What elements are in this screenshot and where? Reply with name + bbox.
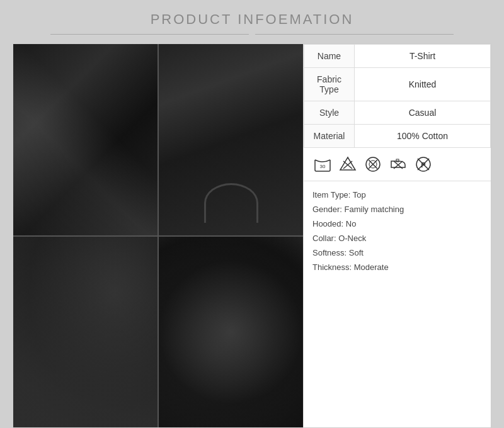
detail-item-softness: Softness: Soft <box>312 245 482 260</box>
value-name: T-Shirt <box>355 45 491 68</box>
info-panel: Name T-Shirt Fabric Type Knitted Style C… <box>303 44 491 427</box>
no-iron-icon <box>388 154 408 174</box>
image-grid <box>13 44 303 427</box>
main-content: Name T-Shirt Fabric Type Knitted Style C… <box>13 43 491 428</box>
label-style: Style <box>304 101 355 125</box>
care-icons-row: 30 <box>304 148 491 181</box>
detail-item-collar: Collar: O-Neck <box>312 231 482 245</box>
table-row: Style Casual <box>304 101 491 125</box>
table-row: Name T-Shirt <box>304 45 491 68</box>
fabric-image-4 <box>159 237 303 428</box>
detail-item-type: Item Type: Top <box>312 188 482 202</box>
detail-item-thickness: Thickness: Moderate <box>312 260 482 274</box>
fabric-image-3 <box>13 237 158 428</box>
details-section: Item Type: Top Gender: Family matching H… <box>304 181 491 427</box>
fabric-image-1 <box>13 44 158 235</box>
page-title: PRODUCT INFOEMATION <box>0 0 504 34</box>
no-dry-clean-icon: P <box>413 154 433 174</box>
divider-line-right <box>255 34 454 35</box>
no-tumble-dry-icon <box>363 154 383 174</box>
title-divider <box>50 34 454 35</box>
detail-item-hooded: Hooded: No <box>312 217 482 231</box>
detail-item-gender: Gender: Family matching <box>312 202 482 217</box>
fabric-image-2 <box>159 44 303 235</box>
divider-line-left <box>50 34 249 35</box>
product-info-table: Name T-Shirt Fabric Type Knitted Style C… <box>304 44 491 148</box>
no-bleach-icon <box>338 154 358 174</box>
value-style: Casual <box>355 101 491 125</box>
value-material: 100% Cotton <box>355 125 491 148</box>
table-row: Fabric Type Knitted <box>304 68 491 101</box>
table-row: Material 100% Cotton <box>304 125 491 148</box>
label-name: Name <box>304 45 355 68</box>
label-fabric-type: Fabric Type <box>304 68 355 101</box>
value-fabric-type: Knitted <box>355 68 491 101</box>
label-material: Material <box>304 125 355 148</box>
svg-text:30: 30 <box>320 164 326 169</box>
wash-30-icon: 30 <box>312 154 333 174</box>
